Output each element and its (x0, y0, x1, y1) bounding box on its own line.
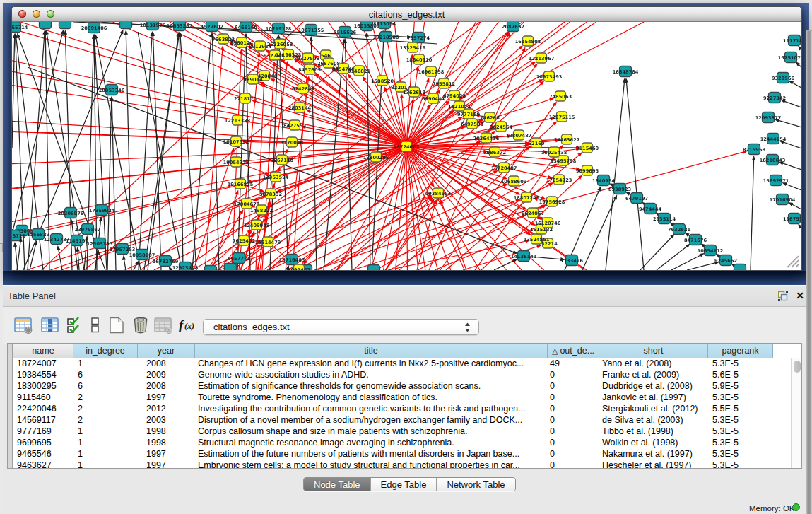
table-cell[interactable]: 0 (548, 370, 599, 381)
graph-node[interactable]: 18640910 (406, 54, 433, 64)
table-cell[interactable]: Investigating the contribution of common… (195, 404, 548, 415)
window-resize-grip[interactable] (782, 250, 800, 269)
table-cell[interactable]: 0 (548, 404, 599, 415)
table-row[interactable]: 911546021997Tourette syndrome. Phenomeno… (13, 392, 773, 404)
table-cell[interactable]: Changes of HCN gene expression and I(f) … (195, 358, 548, 370)
right-divider-bar[interactable] (806, 30, 812, 514)
table-vertical-scrollbar[interactable] (791, 358, 802, 469)
graph-node[interactable]: 10131975 (140, 22, 166, 30)
table-cell[interactable]: de Silva et al. (2003) (599, 415, 708, 426)
table-cell[interactable]: 5.3E-5 (708, 426, 773, 438)
table-cell[interactable]: 6 (73, 370, 138, 381)
table-cell[interactable]: 1 (73, 426, 138, 438)
graph-node[interactable]: 10107552 (223, 136, 249, 146)
table-body[interactable]: 1872400712008Changes of HCN gene express… (13, 358, 773, 469)
table-cell[interactable]: Corpus callosum shape and size in male p… (195, 426, 548, 438)
column-header-out-de-[interactable]: △ out_de... (548, 344, 599, 358)
node-attribute-table[interactable]: namein_degreeyeartitle△ out_de...shortpa… (7, 343, 802, 469)
table-cell[interactable]: 0 (548, 381, 599, 392)
table-row[interactable]: 946362711997Embryonic stem cells: a mode… (13, 460, 773, 469)
table-cell[interactable]: 5.6E-5 (708, 370, 773, 381)
graph-node[interactable] (40, 22, 52, 29)
graph-node[interactable]: 9699695 (576, 165, 599, 175)
table-cell[interactable]: 18300295 (13, 381, 73, 392)
table-header-row[interactable]: namein_degreeyeartitle△ out_de...shortpa… (13, 344, 773, 358)
tab-edge-table[interactable]: Edge Table (371, 478, 437, 491)
graph-node[interactable]: 16154808 (515, 36, 541, 46)
graph-node[interactable]: 1117186 (783, 35, 801, 46)
table-cell[interactable]: 1 (73, 460, 138, 469)
table-cell[interactable]: 5.3E-5 (708, 392, 773, 404)
graph-node[interactable]: 12213383 (225, 115, 251, 125)
graph-node[interactable]: 7632621 (668, 224, 691, 235)
table-cell[interactable]: Yano et al. (2008) (599, 358, 708, 370)
table-cell[interactable]: 9115460 (13, 392, 73, 404)
graph-node[interactable]: 16961758 (418, 66, 445, 76)
graph-node[interactable]: 14463627 (554, 134, 580, 144)
table-cell[interactable]: 1997 (138, 460, 195, 469)
table-selector-dropdown[interactable]: citations_edges.txt (203, 319, 479, 335)
graph-node[interactable] (59, 22, 71, 29)
tab-network-table[interactable]: Network Table (437, 478, 514, 491)
graph-node[interactable]: 1733426 (560, 255, 584, 266)
table-cell[interactable]: Disruption of a novel member of a sodium… (195, 415, 548, 426)
graph-node[interactable]: 9242845 (292, 83, 315, 93)
graph-node[interactable]: 9657771 (228, 253, 251, 264)
table-cell[interactable]: Tourette syndrome. Phenomenology and cla… (195, 392, 548, 404)
table-cell[interactable]: Wolkin et al. (1998) (599, 438, 708, 449)
graph-node[interactable]: 16648784 (613, 66, 639, 77)
graph-node[interactable]: 2935114 (653, 214, 676, 224)
table-row[interactable]: 969969511998Structural magnetic resonanc… (13, 438, 773, 449)
graph-node[interactable] (368, 265, 380, 271)
table-cell[interactable]: 9465546 (13, 449, 73, 460)
table-row[interactable]: 1872400712008Changes of HCN gene express… (13, 358, 773, 370)
graph-node[interactable]: 9115460 (576, 143, 599, 153)
network-canvas[interactable]: 1405571420691406101319751065326715276026… (12, 22, 801, 270)
delete-table-icon-disabled[interactable] (154, 317, 175, 334)
graph-node[interactable]: 9474444 (639, 204, 662, 214)
table-row[interactable]: 1456911722003Disruption of a novel membe… (13, 415, 773, 426)
table-cell[interactable]: 5.5E-5 (708, 404, 773, 415)
table-cell[interactable]: 0 (548, 415, 599, 426)
graph-node[interactable]: 8215958 (743, 144, 766, 155)
table-cell[interactable]: Nakamura et al. (1997) (599, 449, 708, 460)
close-panel-icon[interactable]: ✕ (794, 290, 806, 301)
table-cell[interactable]: 5.3E-5 (708, 449, 773, 460)
table-cell[interactable]: Hescheler et al. (1997) (599, 460, 708, 469)
table-cell[interactable]: Dudbridge et al. (2008) (599, 381, 708, 392)
delete-rows-icon[interactable] (132, 317, 151, 334)
tab-node-table[interactable]: Node Table (304, 478, 371, 491)
table-cell[interactable]: Embryonic stem cells: a model to study s… (195, 460, 548, 469)
graph-node[interactable] (120, 22, 132, 29)
table-cell[interactable]: 19384554 (13, 370, 73, 381)
column-header-in-degree[interactable]: in_degree (73, 344, 138, 358)
table-cell[interactable]: Estimation of the future numbers of pati… (195, 449, 548, 460)
graph-node[interactable]: 15751074 (778, 52, 801, 63)
table-cell[interactable]: 18724007 (13, 358, 73, 370)
memory-ok-indicator[interactable] (792, 503, 800, 511)
graph-node[interactable] (225, 264, 237, 271)
graph-node[interactable]: 12213967 (529, 53, 555, 63)
table-cell[interactable]: 2009 (138, 370, 195, 381)
table-cell[interactable]: 2012 (138, 404, 195, 415)
graph-node[interactable]: 10653267 (167, 22, 193, 31)
graph-node[interactable]: 10807487 (506, 130, 532, 140)
network-view-window[interactable]: citations_edges.txt 14055714206914061013… (11, 6, 802, 271)
table-settings-icon[interactable] (14, 317, 34, 334)
table-row[interactable]: 977716911998Corpus callosum shape and si… (13, 426, 773, 438)
table-cell[interactable]: 2003 (138, 415, 195, 426)
graph-node[interactable]: 2718170 (234, 93, 257, 103)
table-cell[interactable]: Tibbo et al. (1998) (599, 426, 708, 438)
graph-node[interactable]: 20364436 (473, 133, 500, 143)
table-cell[interactable]: 9777169 (13, 426, 73, 438)
table-row[interactable]: 946554611997Estimation of the future num… (13, 449, 773, 460)
column-header-name[interactable]: name (13, 344, 73, 358)
network-window-titlebar[interactable]: citations_edges.txt (12, 7, 801, 22)
table-cell[interactable]: Franke et al. (2009) (599, 370, 708, 381)
table-cell[interactable]: Estimation of significance thresholds fo… (195, 381, 548, 392)
table-cell[interactable]: 5.3E-5 (708, 460, 773, 469)
table-cell[interactable]: 2008 (138, 358, 195, 370)
table-cell[interactable]: 2 (73, 392, 138, 404)
function-builder-icon[interactable]: f(x) (178, 317, 196, 334)
table-cell[interactable]: 1 (73, 438, 138, 449)
